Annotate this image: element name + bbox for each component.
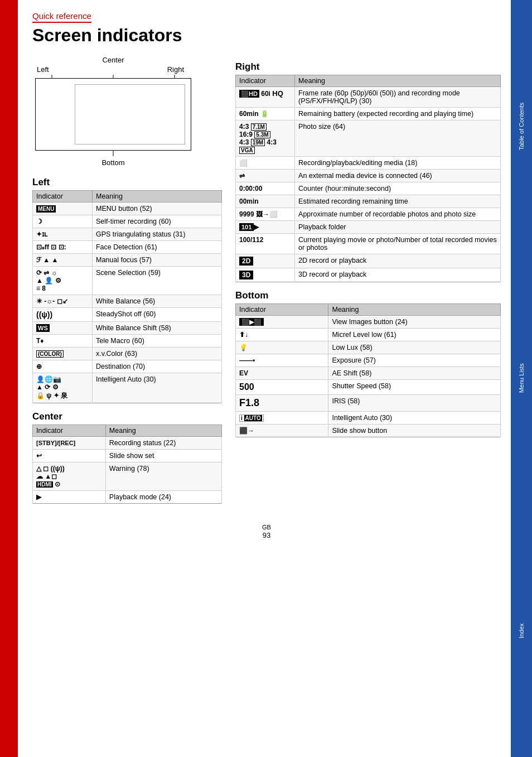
right-table: Indicator Meaning ⬛HD 60i HQFrame rate (… xyxy=(235,75,501,282)
meaning-cell: Counter (hour:minute:second) xyxy=(295,182,501,195)
table-row: 👤🌐📷 ▲ ⟳ ⚙ 🔒 ψ ✦ 泉Intelligent Auto (30) xyxy=(33,373,222,403)
meaning-cell: Playback mode (24) xyxy=(105,491,221,504)
meaning-cell: An external media device is connected (4… xyxy=(295,170,501,182)
table-row: ⬛→Slide show button xyxy=(236,425,501,437)
indicator-cell: [STBY]/[REC] xyxy=(33,437,106,450)
indicator-cell: EV xyxy=(236,367,328,380)
indicator-cell: 60min 🔋 xyxy=(236,108,295,120)
indicator-cell: T♦ xyxy=(33,335,93,348)
table-row: WSWhite Balance Shift (58) xyxy=(33,322,222,335)
bottom-col-meaning: Meaning xyxy=(328,304,501,316)
table-row: ——•Exposure (57) xyxy=(236,354,501,367)
indicator-cell: 4:3 7.1M16:9 5.3M4:3 19M 4:3 VGA xyxy=(236,120,295,157)
table-row: ⬛▶⬛View Images button (24) xyxy=(236,316,501,329)
table-row: EVAE Shift (58) xyxy=(236,367,501,380)
meaning-cell: Approximate number of recordable photos … xyxy=(295,208,501,221)
left-col-indicator: Indicator xyxy=(33,191,93,202)
bottom-table: Indicator Meaning ⬛▶⬛View Images button … xyxy=(235,303,501,437)
sidebar-label-index: Index xyxy=(516,505,527,757)
table-row: ⬛HD 60i HQFrame rate (60p (50p)/60i (50i… xyxy=(236,87,501,108)
camera-box xyxy=(35,78,191,151)
meaning-cell: Micref Level low (61) xyxy=(328,329,501,341)
indicator-cell: ⬛HD 60i HQ xyxy=(236,87,295,108)
meaning-cell: Recording/playback/editing media (18) xyxy=(295,157,501,170)
table-row: ⊕Destination (70) xyxy=(33,360,222,373)
indicator-cell: ℱ ▲ ▲ xyxy=(33,254,93,267)
meaning-cell: White Balance Shift (58) xyxy=(92,322,221,335)
indicator-cell: ((ψ)) xyxy=(33,308,93,322)
center-col-indicator: Indicator xyxy=(33,425,106,437)
meaning-cell: Shutter Speed (58) xyxy=(328,380,501,395)
indicator-cell: 👤🌐📷 ▲ ⟳ ⚙ 🔒 ψ ✦ 泉 xyxy=(33,373,93,403)
meaning-cell: MENU button (52) xyxy=(92,202,221,215)
indicator-cell: ☽ xyxy=(33,215,93,228)
table-row: ☀ -☼- ◻↙White Balance (56) xyxy=(33,295,222,308)
indicator-cell: ▶ xyxy=(33,491,106,504)
table-row: ((ψ))SteadyShot off (60) xyxy=(33,308,222,322)
meaning-cell: Exposure (57) xyxy=(328,354,501,367)
indicator-cell: ⟳ ⇌ ☼ ▲ 👤 ⚙ ≡ 8 xyxy=(33,267,93,295)
meaning-cell: Tele Macro (60) xyxy=(92,335,221,348)
table-row: F1.8IRIS (58) xyxy=(236,395,501,412)
main-content: Quick reference Screen indicators Center… xyxy=(21,0,510,551)
meaning-cell: Current playing movie or photo/Number of… xyxy=(295,234,501,254)
meaning-cell: x.v.Color (63) xyxy=(92,348,221,360)
page-number: GB 93 xyxy=(32,523,501,539)
left-section-heading: Left xyxy=(32,177,222,188)
label-bottom: Bottom xyxy=(32,158,194,167)
indicator-cell: 3D xyxy=(236,268,295,282)
indicator-cell: MENU xyxy=(33,202,93,215)
left-col-meaning: Meaning xyxy=(92,191,221,202)
indicator-cell: i AUTO xyxy=(236,412,328,425)
table-row: ⊡ₒff ⊡ ⊡:Face Detection (61) xyxy=(33,241,222,254)
meaning-cell: Self-timer recording (60) xyxy=(92,215,221,228)
indicator-cell: 100/112 xyxy=(236,234,295,254)
meaning-cell: Remaining battery (expected recording an… xyxy=(295,108,501,120)
meaning-cell: GPS triangulating status (31) xyxy=(92,228,221,241)
table-row: △ ◻ ((ψ))☁ ▲◻HDMI ⊙Warning (78) xyxy=(33,462,222,491)
sidebar-label-toc: Table of Contents xyxy=(516,0,527,252)
meaning-cell: Face Detection (61) xyxy=(92,241,221,254)
center-table: Indicator Meaning [STBY]/[REC]Recording … xyxy=(32,425,222,504)
meaning-cell: Intelligent Auto (30) xyxy=(328,412,501,425)
table-row: 101▶Playback folder xyxy=(236,221,501,234)
bottom-section-heading: Bottom xyxy=(235,290,501,301)
right-column: Right Indicator Meaning ⬛HD 60i HQFrame … xyxy=(235,56,501,512)
table-row: ⇌An external media device is connected (… xyxy=(236,170,501,182)
table-row: MENUMENU button (52) xyxy=(33,202,222,215)
top-red-bar xyxy=(0,0,18,757)
table-row: 00minEstimated recording remaining time xyxy=(236,195,501,208)
table-row: 60min 🔋Remaining battery (expected recor… xyxy=(236,108,501,120)
label-center: Center xyxy=(102,56,124,64)
table-row: [STBY]/[REC]Recording status (22) xyxy=(33,437,222,450)
left-column: Center Left Right xyxy=(32,56,222,512)
label-right: Right xyxy=(167,65,184,74)
right-col-meaning: Meaning xyxy=(295,75,501,87)
left-table: Indicator Meaning MENUMENU button (52)☽S… xyxy=(32,190,222,403)
table-row: 3D3D record or playback xyxy=(236,268,501,282)
indicator-cell: ⊕ xyxy=(33,360,93,373)
indicator-cell: ↩ xyxy=(33,450,106,462)
meaning-cell: Photo size (64) xyxy=(295,120,501,157)
table-row: i AUTOIntelligent Auto (30) xyxy=(236,412,501,425)
meaning-cell: AE Shift (58) xyxy=(328,367,501,380)
right-sidebar: Table of Contents Menu Lists Index xyxy=(511,0,532,757)
table-row: 100/112Current playing movie or photo/Nu… xyxy=(236,234,501,254)
table-row: (COLOR)x.v.Color (63) xyxy=(33,348,222,360)
label-left: Left xyxy=(37,65,49,74)
quick-ref-label: Quick reference xyxy=(32,11,91,23)
meaning-cell: Slide show set xyxy=(105,450,221,462)
indicator-cell: ——• xyxy=(236,354,328,367)
table-row: 9999 🖼→⬜Approximate number of recordable… xyxy=(236,208,501,221)
indicator-cell: ⬜ xyxy=(236,157,295,170)
center-col-meaning: Meaning xyxy=(105,425,221,437)
indicator-cell: ✦ɪʟ xyxy=(33,228,93,241)
table-row: ⟳ ⇌ ☼ ▲ 👤 ⚙ ≡ 8Scene Selection (59) xyxy=(33,267,222,295)
table-row: ⬆↓Micref Level low (61) xyxy=(236,329,501,341)
table-row: ▶Playback mode (24) xyxy=(33,491,222,504)
indicator-cell: (COLOR) xyxy=(33,348,93,360)
indicator-cell: ⬆↓ xyxy=(236,329,328,341)
indicator-cell: ⊡ₒff ⊡ ⊡: xyxy=(33,241,93,254)
indicator-cell: △ ◻ ((ψ))☁ ▲◻HDMI ⊙ xyxy=(33,462,106,491)
table-row: ⬜Recording/playback/editing media (18) xyxy=(236,157,501,170)
